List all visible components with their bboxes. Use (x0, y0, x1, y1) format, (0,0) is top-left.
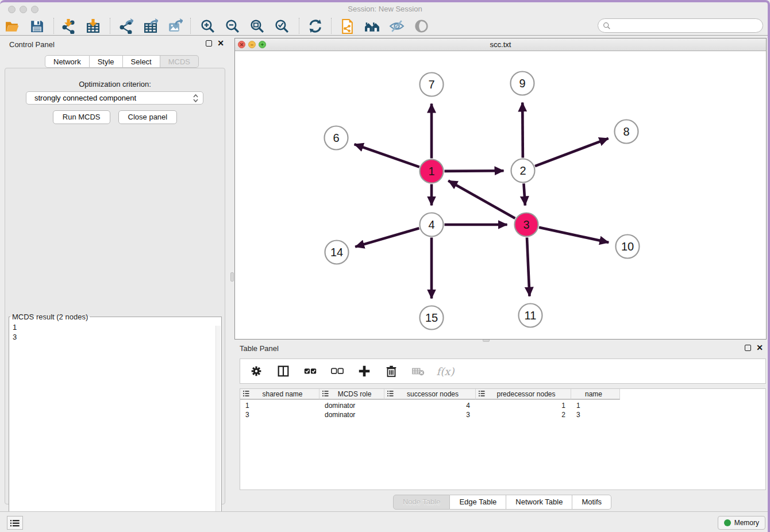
splitter-grip[interactable] (230, 272, 234, 282)
control-panel-header: Control Panel ✕ (0, 38, 230, 52)
result-scrollbar[interactable] (215, 326, 221, 527)
table-cell[interactable]: 1 (476, 402, 571, 411)
float-panel-icon[interactable] (745, 345, 751, 351)
network-canvas[interactable]: 1234678910111415 (235, 51, 766, 339)
svg-text:15: 15 (425, 311, 438, 324)
import-network-icon[interactable] (59, 17, 77, 34)
toolbar-separator (110, 18, 110, 34)
node-7[interactable]: 7 (420, 73, 444, 97)
network-graph: 1234678910111415 (235, 51, 766, 339)
edge-2-9[interactable] (522, 102, 523, 157)
edge-1-6[interactable] (355, 144, 419, 167)
tab-node-table[interactable]: Node Table (393, 495, 451, 510)
edge-3-11[interactable] (527, 237, 530, 296)
export-network-icon[interactable] (116, 17, 134, 34)
show-all-icon[interactable] (412, 17, 430, 34)
node-15[interactable]: 15 (420, 306, 444, 330)
float-panel-icon[interactable] (206, 40, 212, 47)
tab-mcds[interactable]: MCDS (160, 55, 199, 68)
column-header-predecessor-nodes[interactable]: predecessor nodes (476, 389, 571, 400)
function-builder-icon[interactable]: f(x) (436, 363, 455, 380)
node-10[interactable]: 10 (616, 235, 640, 259)
column-header-name[interactable]: name (571, 389, 620, 400)
run-mcds-button[interactable]: Run MCDS (53, 110, 110, 124)
window-title: Session: New Session (0, 5, 770, 13)
close-panel-icon[interactable]: ✕ (217, 40, 224, 47)
first-neighbors-icon[interactable] (363, 17, 381, 34)
edge-1-2[interactable] (444, 171, 503, 171)
table-cell[interactable]: dominator (319, 402, 384, 411)
split-columns-icon[interactable] (274, 363, 292, 380)
tab-network[interactable]: Network (45, 55, 90, 68)
node-11[interactable]: 11 (519, 304, 542, 327)
export-table-icon[interactable] (141, 17, 159, 34)
table-cell[interactable]: 4 (384, 402, 476, 411)
delete-row-icon[interactable] (382, 363, 401, 380)
criterion-dropdown[interactable]: strongly connected component (26, 91, 203, 105)
table-cell[interactable]: 3 (571, 411, 620, 420)
zoom-in-icon[interactable] (198, 17, 217, 34)
open-session-icon[interactable] (3, 17, 21, 34)
node-2[interactable]: 2 (511, 159, 535, 183)
table-row[interactable]: 1dominator411 (240, 402, 620, 411)
zoom-selected-icon[interactable] (272, 17, 291, 34)
edge-3-10[interactable] (539, 228, 609, 242)
table-cell[interactable]: dominator (319, 411, 384, 420)
svg-text:11: 11 (525, 309, 537, 322)
svg-text:2: 2 (519, 164, 526, 177)
select-all-icon[interactable] (301, 363, 319, 380)
tab-select[interactable]: Select (123, 55, 160, 68)
node-6[interactable]: 6 (325, 126, 348, 150)
close-panel-button[interactable]: Close panel (118, 110, 178, 124)
table-header-row: shared nameMCDS rolesuccessor nodesprede… (240, 389, 620, 400)
memory-button[interactable]: Memory (718, 516, 765, 530)
search-icon (603, 22, 611, 30)
svg-text:4: 4 (428, 218, 434, 231)
edge-3-1[interactable] (448, 180, 515, 218)
chevron-updown-icon (192, 94, 199, 103)
table-cell[interactable]: 1 (240, 402, 319, 411)
refresh-network-icon[interactable] (306, 17, 324, 34)
close-panel-icon[interactable]: ✕ (756, 345, 763, 351)
export-image-icon[interactable] (165, 17, 184, 34)
column-header-successor-nodes[interactable]: successor nodes (384, 389, 476, 400)
node-3[interactable]: 3 (515, 213, 538, 237)
task-history-button[interactable] (7, 516, 23, 530)
new-network-from-selection-icon[interactable] (338, 17, 356, 34)
table-cell[interactable]: 2 (476, 411, 571, 420)
tab-style[interactable]: Style (90, 55, 123, 68)
zoom-fit-icon[interactable] (248, 17, 266, 34)
edge-4-14[interactable] (355, 228, 419, 246)
edge-2-8[interactable] (535, 138, 609, 166)
search-input[interactable] (614, 21, 758, 30)
table-cell[interactable]: 3 (384, 411, 476, 420)
node-8[interactable]: 8 (615, 120, 638, 144)
hide-selected-icon[interactable] (387, 17, 406, 34)
save-session-icon[interactable] (28, 17, 46, 34)
node-1[interactable]: 1 (420, 160, 444, 183)
vertical-splitter[interactable] (230, 36, 234, 511)
network-window-titlebar[interactable]: ✕ − + scc.txt (235, 38, 766, 51)
zoom-out-icon[interactable] (223, 17, 241, 34)
mcds-result-box: MCDS result (2 nodes) 1 3 (9, 313, 222, 528)
table-row[interactable]: 3dominator323 (240, 411, 620, 420)
tab-motifs[interactable]: Motifs (572, 495, 611, 510)
search-box[interactable] (598, 18, 763, 33)
delete-table-icon[interactable] (409, 363, 428, 380)
table-cell[interactable]: 1 (571, 402, 620, 411)
table-cell[interactable]: 3 (240, 411, 319, 420)
tab-edge-table[interactable]: Edge Table (450, 495, 506, 510)
edge-2-3[interactable] (523, 183, 525, 205)
import-table-icon[interactable] (83, 17, 102, 34)
add-row-icon[interactable] (355, 363, 374, 380)
gear-icon[interactable] (247, 363, 265, 380)
column-header-shared-name[interactable]: shared name (240, 389, 319, 400)
column-header-label: MCDS role (329, 390, 384, 398)
tab-network-table[interactable]: Network Table (506, 495, 572, 510)
table-panel-title: Table Panel (240, 344, 279, 353)
column-header-MCDS-role[interactable]: MCDS role (319, 389, 384, 400)
node-9[interactable]: 9 (511, 72, 534, 95)
node-14[interactable]: 14 (325, 241, 349, 264)
node-4[interactable]: 4 (420, 213, 444, 237)
deselect-all-icon[interactable] (328, 363, 346, 380)
